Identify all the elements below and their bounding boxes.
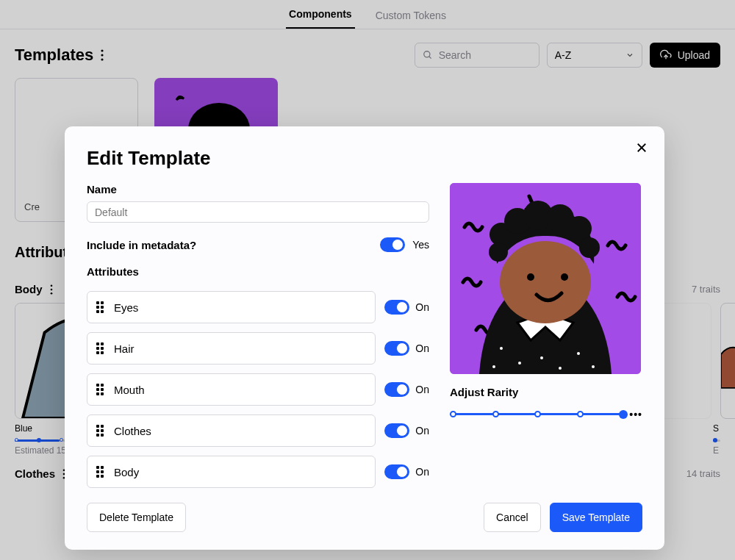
save-template-button[interactable]: Save Template [550, 503, 642, 532]
svg-point-32 [579, 237, 600, 258]
attribute-name: Hair [114, 342, 135, 355]
attributes-list: Eyes On Hair On Mouth On [87, 291, 429, 491]
attribute-item[interactable]: Clothes [87, 414, 376, 447]
svg-point-26 [500, 241, 591, 323]
attribute-toggle[interactable] [384, 341, 409, 356]
svg-point-24 [559, 367, 562, 370]
attribute-row: Mouth On [87, 373, 429, 406]
svg-point-20 [518, 362, 521, 365]
drag-handle-icon[interactable] [96, 384, 104, 395]
svg-point-34 [527, 273, 534, 281]
attribute-toggle-state: On [415, 466, 429, 478]
include-metadata-label: Include in metadata? [87, 239, 196, 251]
include-metadata-value: Yes [412, 239, 429, 251]
attribute-name: Clothes [114, 425, 151, 437]
attribute-toggle-state: On [415, 301, 429, 313]
attribute-item[interactable]: Body [87, 456, 376, 488]
drag-handle-icon[interactable] [96, 342, 104, 354]
adjust-rarity-label: Adjust Rarity [450, 386, 642, 398]
attribute-row: Clothes On [87, 414, 429, 447]
attribute-toggle[interactable] [384, 464, 409, 479]
attribute-toggle[interactable] [384, 382, 409, 397]
cancel-button[interactable]: Cancel [484, 503, 541, 532]
name-label: Name [87, 183, 429, 195]
include-metadata-toggle[interactable] [380, 237, 405, 252]
template-preview [450, 183, 641, 374]
attribute-row: Body On [87, 456, 429, 488]
attribute-item[interactable]: Hair [87, 332, 376, 365]
drag-handle-icon[interactable] [96, 425, 104, 437]
attribute-name: Eyes [114, 301, 138, 314]
svg-point-21 [492, 365, 495, 368]
drag-handle-icon[interactable] [96, 301, 104, 313]
modal-title: Edit Template [87, 147, 642, 170]
attribute-item[interactable]: Mouth [87, 373, 376, 406]
svg-point-35 [561, 273, 568, 281]
svg-point-31 [567, 216, 592, 241]
modal-right-column: Adjust Rarity ••• [450, 183, 642, 491]
attribute-toggle[interactable] [384, 423, 409, 438]
close-icon[interactable] [635, 141, 648, 154]
attribute-item[interactable]: Eyes [87, 291, 376, 323]
adjust-rarity-slider[interactable]: ••• [450, 406, 642, 423]
attribute-row: Eyes On [87, 291, 429, 323]
attribute-row: Hair On [87, 332, 429, 365]
svg-point-33 [489, 243, 508, 262]
svg-point-25 [540, 356, 543, 359]
attribute-toggle[interactable] [384, 300, 409, 315]
svg-point-23 [592, 365, 595, 368]
template-name-input[interactable] [87, 201, 429, 223]
drag-handle-icon[interactable] [96, 466, 104, 478]
edit-template-modal: Edit Template Name Include in metadata? … [65, 126, 664, 550]
modal-left-column: Name Include in metadata? Yes Attributes… [87, 183, 429, 491]
attribute-toggle-state: On [415, 425, 429, 437]
svg-point-22 [577, 352, 580, 355]
rarity-more-icon[interactable]: ••• [629, 409, 642, 420]
svg-point-19 [500, 347, 503, 350]
attribute-toggle-state: On [415, 384, 429, 395]
attributes-label: Attributes [87, 265, 429, 278]
attribute-toggle-state: On [415, 342, 429, 354]
attribute-name: Body [114, 466, 139, 478]
modal-footer: Delete Template Cancel Save Template [87, 503, 642, 532]
attribute-name: Mouth [114, 384, 145, 396]
delete-template-button[interactable]: Delete Template [87, 503, 186, 532]
